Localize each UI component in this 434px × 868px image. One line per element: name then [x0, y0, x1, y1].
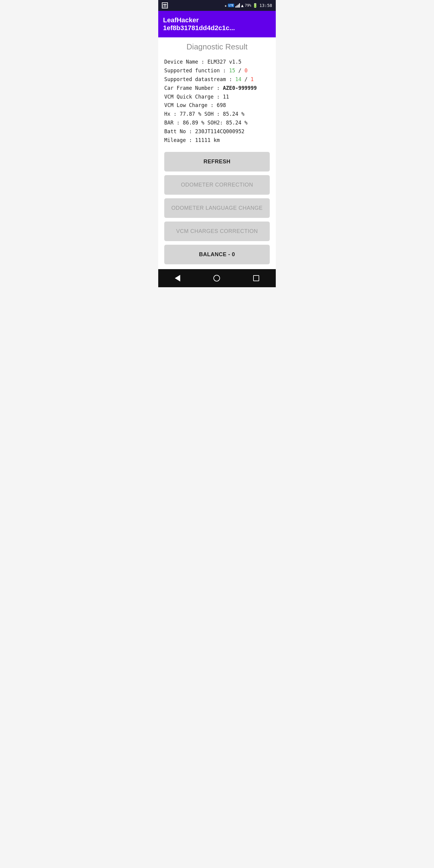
status-bar: ★ LTE ▲ 79% 🔋 13:58	[158, 0, 276, 11]
car-frame-value: AZE0-999999	[223, 85, 257, 91]
status-left	[162, 2, 168, 8]
info-section: Device Name : ELM327 v1.5 Supported func…	[164, 58, 270, 145]
vcm-quick-charge-line: VCM Quick Charge : 11	[164, 93, 270, 101]
bottom-nav	[158, 269, 276, 287]
supported-function-red: 0	[244, 67, 247, 73]
vcm-charges-correction-button[interactable]: VCM CHARGES CORRECTION	[164, 221, 270, 241]
diagnostic-title: Diagnostic Result	[164, 42, 270, 52]
battery-icon: 🔋	[253, 3, 258, 8]
supported-function-label: Supported function :	[164, 67, 229, 73]
signal-icon-1	[236, 3, 240, 7]
supported-datastream-green: 14	[235, 76, 241, 82]
device-name-line: Device Name : ELM327 v1.5	[164, 58, 270, 66]
app-title: LeafHacker 1ef8b31781dd4d2c1c...	[163, 16, 271, 32]
battery-text: 79%	[245, 3, 251, 7]
supported-datastream-line: Supported datastream : 14 / 1	[164, 75, 270, 84]
status-right: ★ LTE ▲ 79% 🔋 13:58	[224, 3, 272, 8]
back-button[interactable]	[175, 275, 180, 281]
photo-icon	[162, 2, 168, 8]
mileage-line: Mileage : 11111 km	[164, 136, 270, 145]
supported-datastream-label: Supported datastream :	[164, 76, 235, 82]
buttons-section: REFRESH ODOMETER CORRECTION ODOMETER LAN…	[164, 152, 270, 264]
supported-datastream-sep: /	[241, 76, 251, 82]
hx-line: Hx : 77.87 % SOH : 85.24 %	[164, 110, 270, 119]
refresh-button[interactable]: REFRESH	[164, 152, 270, 172]
svg-point-1	[164, 5, 166, 7]
bluetooth-icon: ★	[224, 3, 227, 8]
status-time: 13:58	[259, 3, 272, 8]
lte-badge: LTE	[228, 4, 234, 7]
vcm-low-charge-line: VCM Low Charge : 698	[164, 101, 270, 110]
home-button[interactable]	[213, 275, 220, 281]
bar-line: BAR : 86.89 % SOH2: 85.24 %	[164, 119, 270, 127]
balance-button[interactable]: BALANCE - 0	[164, 245, 270, 264]
supported-function-line: Supported function : 15 / 0	[164, 66, 270, 75]
supported-datastream-red: 1	[251, 76, 254, 82]
car-frame-line: Car Frame Number : AZE0-999999	[164, 84, 270, 93]
batt-no-line: Batt No : 230JT114CQ000952	[164, 127, 270, 136]
main-content: Diagnostic Result Device Name : ELM327 v…	[158, 37, 276, 269]
odometer-correction-button[interactable]: ODOMETER CORRECTION	[164, 175, 270, 195]
supported-function-green: 15	[229, 67, 235, 73]
supported-function-sep: /	[235, 67, 244, 73]
signal-icon-2: ▲	[241, 3, 244, 8]
recents-button[interactable]	[253, 275, 259, 281]
odometer-language-change-button[interactable]: ODOMETER LANGUAGE CHANGE	[164, 198, 270, 218]
app-bar: LeafHacker 1ef8b31781dd4d2c1c...	[158, 11, 276, 37]
car-frame-label: Car Frame Number :	[164, 85, 223, 91]
